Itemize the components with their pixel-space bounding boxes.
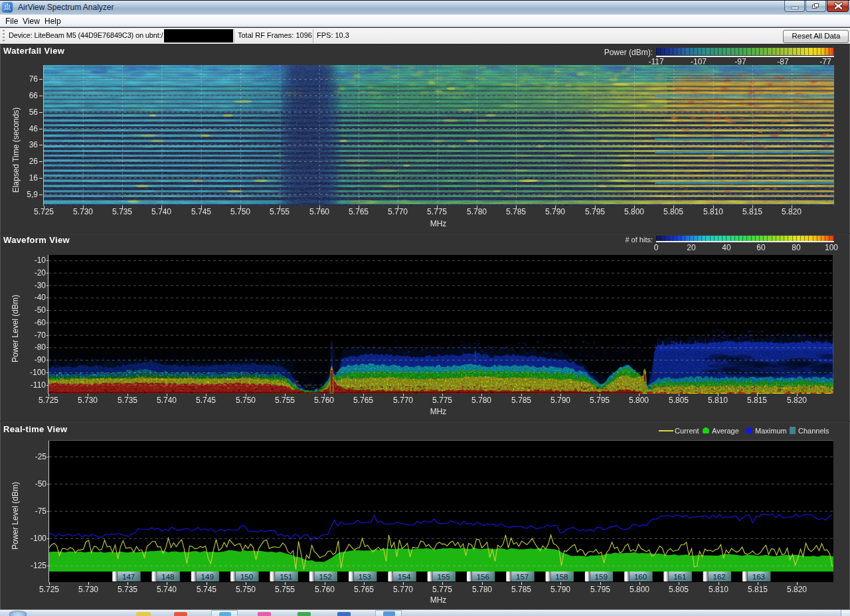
svg-text:160: 160 <box>634 573 646 581</box>
svg-text:147: 147 <box>122 573 135 581</box>
svg-text:149: 149 <box>201 573 213 581</box>
svg-text:161: 161 <box>673 573 686 581</box>
svg-text:158: 158 <box>555 573 568 581</box>
svg-text:159: 159 <box>594 573 607 581</box>
svg-text:155: 155 <box>437 573 450 581</box>
svg-text:162: 162 <box>713 573 725 581</box>
svg-text:156: 156 <box>476 573 489 581</box>
svg-text:153: 153 <box>358 573 371 581</box>
svg-text:154: 154 <box>398 573 411 581</box>
svg-text:152: 152 <box>319 573 331 581</box>
svg-text:148: 148 <box>161 573 174 581</box>
svg-text:151: 151 <box>280 573 292 581</box>
svg-text:150: 150 <box>240 573 252 581</box>
svg-text:157: 157 <box>516 573 529 581</box>
svg-text:163: 163 <box>752 573 764 581</box>
